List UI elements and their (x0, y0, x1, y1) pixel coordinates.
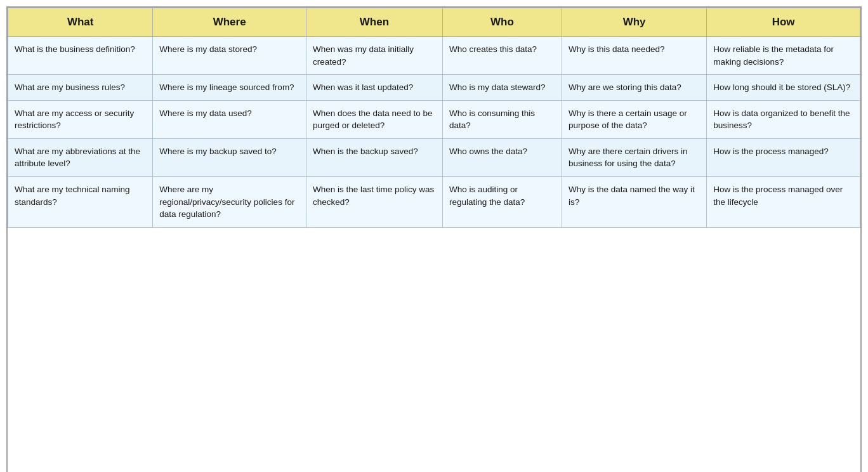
main-table-wrapper: What Where When Who Why How What is the … (6, 6, 862, 472)
cell-why-3: Why are there certain drivers in busines… (562, 138, 706, 176)
table-row: What are my technical naming standards?W… (8, 176, 860, 227)
col-header-how: How (707, 8, 860, 37)
col-header-why: Why (562, 8, 706, 37)
cell-when-3: When is the backup saved? (306, 138, 443, 176)
cell-how-2: How is data organized to benefit the bus… (707, 100, 860, 138)
cell-why-0: Why is this data needed? (562, 37, 706, 75)
cell-who-0: Who creates this data? (442, 37, 562, 75)
cell-when-1: When was it last updated? (306, 75, 443, 101)
cell-how-1: How long should it be stored (SLA)? (707, 75, 860, 101)
col-header-when: When (306, 8, 443, 37)
cell-how-4: How is the process managed over the life… (707, 176, 860, 227)
data-governance-table: What Where When Who Why How What is the … (8, 8, 860, 228)
cell-what-0: What is the business definition? (8, 37, 153, 75)
cell-who-2: Who is consuming this data? (442, 100, 562, 138)
cell-who-1: Who is my data steward? (442, 75, 562, 101)
cell-why-2: Why is there a certain usage or purpose … (562, 100, 706, 138)
table-row: What are my access or security restricti… (8, 100, 860, 138)
cell-where-4: Where are my regional/privacy/security p… (153, 176, 306, 227)
cell-what-1: What are my business rules? (8, 75, 153, 101)
cell-when-0: When was my data initially created? (306, 37, 443, 75)
col-header-where: Where (153, 8, 306, 37)
cell-why-4: Why is the data named the way it is? (562, 176, 706, 227)
cell-what-3: What are my abbreviations at the attribu… (8, 138, 153, 176)
cell-when-2: When does the data need to be purged or … (306, 100, 443, 138)
col-header-who: Who (442, 8, 562, 37)
cell-what-4: What are my technical naming standards? (8, 176, 153, 227)
cell-where-1: Where is my lineage sourced from? (153, 75, 306, 101)
cell-who-3: Who owns the data? (442, 138, 562, 176)
cell-why-1: Why are we storing this data? (562, 75, 706, 101)
cell-where-0: Where is my data stored? (153, 37, 306, 75)
cell-who-4: Who is auditing or regulating the data? (442, 176, 562, 227)
table-row: What is the business definition?Where is… (8, 37, 860, 75)
col-header-what: What (8, 8, 153, 37)
cell-how-0: How reliable is the metadata for making … (707, 37, 860, 75)
cell-when-4: When is the last time policy was checked… (306, 176, 443, 227)
cell-what-2: What are my access or security restricti… (8, 100, 153, 138)
table-row: What are my business rules?Where is my l… (8, 75, 860, 101)
cell-how-3: How is the process managed? (707, 138, 860, 176)
header-row: What Where When Who Why How (8, 8, 860, 37)
cell-where-2: Where is my data used? (153, 100, 306, 138)
cell-where-3: Where is my backup saved to? (153, 138, 306, 176)
table-row: What are my abbreviations at the attribu… (8, 138, 860, 176)
